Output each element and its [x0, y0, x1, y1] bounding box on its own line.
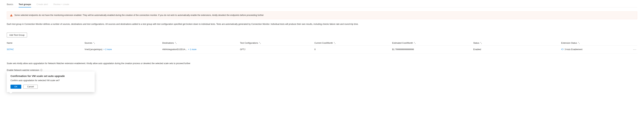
dialog-ok-button[interactable]: OK	[10, 85, 21, 89]
sort-icon	[259, 42, 261, 44]
col-sources-label: Sources	[84, 42, 92, 44]
table-row[interactable]: SCFAC Vnet1(anujaintopo) + 2 more AMAInt…	[7, 46, 637, 53]
sort-icon	[175, 42, 177, 44]
sync-icon	[561, 48, 564, 51]
add-test-group-button[interactable]: Add Test Group	[7, 32, 27, 37]
dialog-message: Confirm auto upgradation for selected VM…	[10, 79, 91, 82]
tab-review-create: Review + create	[54, 2, 69, 7]
col-extension-status[interactable]: Extension Status	[561, 42, 624, 44]
row-actions-menu[interactable]: ···	[624, 48, 637, 51]
warning-banner: Some selected endpoints do not have the …	[7, 11, 637, 19]
col-sources[interactable]: Sources	[84, 42, 162, 44]
tab-basics[interactable]: Basics	[7, 2, 13, 7]
warning-icon	[10, 14, 13, 17]
scale-set-note: Scale sets kindly allow auto upgradation…	[7, 62, 637, 65]
dialog-title: Confirmation for VM scale set auto upgra…	[10, 75, 91, 78]
dialog-actions: OK Cancel	[10, 85, 91, 89]
row-extension-status: 3 Auto Enablement	[561, 48, 624, 51]
table-header: Name Sources Destinations Test Configura…	[7, 40, 637, 46]
row-destinations-main: AMAIntegrationEU2EUA...	[162, 48, 187, 51]
col-estimated-cost-label: Estimated Cost/Month	[392, 42, 413, 44]
dialog-cancel-button[interactable]: Cancel	[23, 85, 38, 89]
sort-icon	[334, 42, 336, 44]
col-current-cost-label: Current Cost/Month	[314, 42, 333, 44]
row-sources-main: Vnet1(anujaintopo)	[84, 48, 102, 51]
row-name-link[interactable]: SCFAC	[7, 48, 84, 51]
row-current-cost: 0	[314, 48, 392, 51]
svg-rect-4	[41, 70, 42, 70]
enable-extension-label: Enable Network watcher extension	[7, 69, 39, 71]
col-test-configs[interactable]: Test Configurations	[240, 42, 314, 44]
col-destinations-label: Destinations	[162, 42, 174, 44]
sort-icon	[480, 42, 482, 44]
row-status: Enabled	[473, 48, 561, 51]
row-sources-more-link[interactable]: + 2 more	[104, 48, 112, 51]
confirm-dialog: Confirmation for VM scale set auto upgra…	[7, 72, 95, 92]
row-test-configs: GFTJ	[240, 48, 314, 51]
enable-extension-row: Enable Network watcher extension	[7, 69, 637, 71]
svg-rect-3	[41, 70, 42, 71]
page-description: Each test group in Connection Monitor de…	[7, 23, 637, 26]
tab-create-alert: Create alert	[36, 2, 48, 7]
info-icon[interactable]	[40, 69, 42, 71]
col-status[interactable]: Status	[473, 42, 561, 44]
sort-icon	[414, 42, 416, 44]
row-estimated-cost: $1.7999999999999998	[392, 48, 473, 51]
col-name-label: Name	[7, 42, 12, 44]
sort-icon	[93, 42, 95, 44]
col-name[interactable]: Name	[7, 42, 84, 44]
test-groups-table: Name Sources Destinations Test Configura…	[7, 40, 637, 53]
wizard-tabs: Basics Test groups Create alert Review +…	[7, 2, 637, 7]
row-extension-status-text: 3 Auto Enablement	[564, 48, 582, 51]
row-sources: Vnet1(anujaintopo) + 2 more	[84, 48, 162, 51]
row-destinations-more-link[interactable]: + 1 more	[188, 48, 196, 51]
tab-test-groups[interactable]: Test groups	[18, 2, 31, 7]
col-destinations[interactable]: Destinations	[162, 42, 240, 44]
sort-icon	[578, 42, 580, 44]
warning-text: Some selected endpoints do not have the …	[14, 14, 264, 16]
row-destinations: AMAIntegrationEU2EUA... + 1 more	[162, 48, 240, 51]
col-status-label: Status	[473, 42, 479, 44]
col-extension-status-label: Extension Status	[561, 42, 577, 44]
col-estimated-cost[interactable]: Estimated Cost/Month	[392, 42, 473, 44]
col-current-cost[interactable]: Current Cost/Month	[314, 42, 392, 44]
col-test-configs-label: Test Configurations	[240, 42, 258, 44]
